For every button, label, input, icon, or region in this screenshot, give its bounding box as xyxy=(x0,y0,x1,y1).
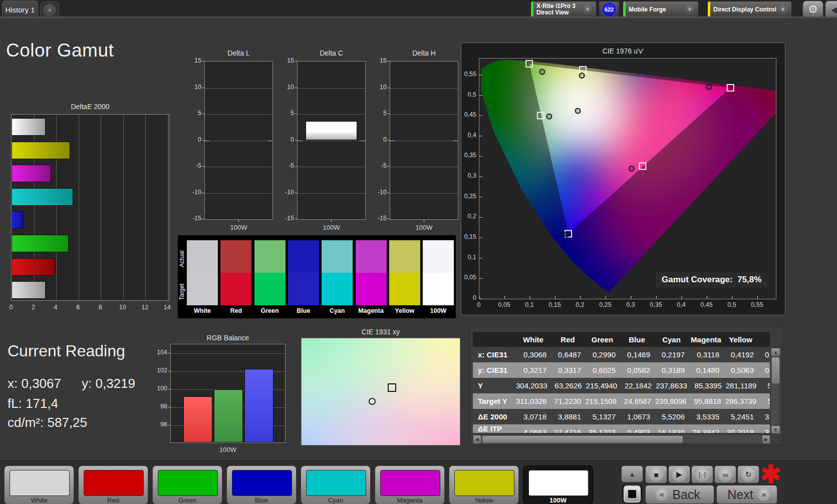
table-vscroll-up[interactable]: ▲ xyxy=(771,348,780,356)
delta-h-chart-gridline xyxy=(390,141,458,141)
step-button[interactable]: [··] xyxy=(691,465,713,483)
cie1976-x-tick: 0,25 xyxy=(597,301,615,308)
delta-l-chart-y-tickmark xyxy=(202,88,204,88)
table-cell: 16,1830 xyxy=(654,424,689,433)
patch-label: 100W xyxy=(523,496,593,504)
delta-h-chart-y-tick: 0 xyxy=(371,136,387,143)
patch-swatch xyxy=(158,470,218,496)
rgb-y-tick: 98 xyxy=(154,403,167,410)
table-header-white: White xyxy=(516,332,550,347)
workflow-dropdown[interactable]: Direct Display Control ▼ xyxy=(707,1,792,18)
delta-c-chart-y-tick: 15 xyxy=(278,57,294,64)
table-cell: 22,1842 xyxy=(621,378,656,393)
add-tab-button[interactable]: + xyxy=(40,2,59,18)
cie1976-x-tick: 0,1 xyxy=(520,301,538,308)
cie1976-y-tick: 0,5 xyxy=(461,91,476,98)
app-window: History 1 + X-Rite i1Pro 3 Direct View ▼… xyxy=(0,0,837,504)
table-cell: 304,2033 xyxy=(516,378,551,393)
continuous-button[interactable]: ∞ xyxy=(714,465,736,483)
delta-l-chart-y-tick: -5 xyxy=(185,162,201,169)
cie1976-x-tick: 0,45 xyxy=(698,301,716,308)
table-row-target-y: Target Y311,032671,2230215,150824,658723… xyxy=(473,393,770,409)
measured-marker-blue xyxy=(565,232,570,237)
patch-label: White xyxy=(5,496,74,504)
table-cell: 3,0718 xyxy=(516,409,550,424)
patch-button-magenta[interactable]: Magenta xyxy=(375,465,445,504)
table-header-yellow: Yellow xyxy=(723,332,758,347)
deltae-bar-green xyxy=(12,235,69,252)
actual-target-strip: ActualTargetWhiteRedGreenBlueCyanMagenta… xyxy=(178,235,456,318)
swatch-target-white xyxy=(187,273,218,305)
delta-h-chart-y-tickmark xyxy=(388,140,390,141)
table-hscroll-right[interactable]: ▶ xyxy=(762,435,770,444)
source-dropdown[interactable]: Mobile Forge ▼ xyxy=(623,1,699,18)
table-cell: 95,8818 xyxy=(691,393,725,409)
play-button[interactable]: ▶ xyxy=(668,465,690,483)
patch-window-button[interactable] xyxy=(621,484,643,504)
table-header-magenta: Magenta xyxy=(689,332,723,347)
patch-button-blue[interactable]: Blue xyxy=(226,465,297,504)
patch-button-green[interactable]: Green xyxy=(152,465,222,504)
current-reading-title: Current Reading xyxy=(8,342,163,360)
patch-label: Red xyxy=(79,496,148,504)
delta-l-chart-y-tickmark xyxy=(202,140,204,141)
table-vscroll-down[interactable]: ▼ xyxy=(771,425,780,434)
table-cell-partial: 3 xyxy=(758,424,770,433)
delta-h-chart-y-tickmark xyxy=(388,114,390,114)
table-hscroll-left[interactable]: ◀ xyxy=(473,435,481,444)
loop-button[interactable]: ↻ xyxy=(737,465,759,483)
patch-label: Yellow xyxy=(449,496,518,504)
table-header-blue: Blue xyxy=(620,332,654,347)
table-row--e-itp: ΔE ITP4,066327,471635,17030,490316,18302… xyxy=(473,424,770,433)
cie1976-y-tick: 0,1 xyxy=(461,254,476,261)
collapse-panel-button[interactable]: ◀ xyxy=(825,1,837,19)
cie1976-x-tick: 0,55 xyxy=(748,301,766,308)
delta-h-chart-x-label: 100W xyxy=(390,224,458,231)
patch-button-yellow[interactable]: Yellow xyxy=(449,465,519,504)
deltae-x-tick: 8 xyxy=(95,304,105,311)
patch-button-red[interactable]: Red xyxy=(78,465,148,504)
table-row-label: ΔE ITP xyxy=(473,424,516,433)
swatch-target-100w xyxy=(423,273,454,305)
delta-l-chart-gridline xyxy=(205,114,272,115)
cie1976-x-tick: 0,15 xyxy=(546,301,564,308)
cie1976-panel: CIE 1976 u'v' 0,550,50,450,40,350,30,250… xyxy=(461,43,785,315)
settings-button[interactable]: ⚙ xyxy=(802,1,823,19)
swatch-target-red xyxy=(220,273,251,305)
table-cell: 71,2230 xyxy=(550,393,585,409)
rgb-bar-green xyxy=(214,389,243,442)
patch-button-white[interactable]: White xyxy=(4,465,74,504)
cie1976-y-tick: 0,15 xyxy=(461,233,476,240)
patch-swatch xyxy=(380,470,440,496)
patch-button-cyan[interactable]: Cyan xyxy=(301,465,371,504)
table-hscroll-thumb[interactable] xyxy=(482,435,683,443)
delta-c-chart-y-tickmark xyxy=(295,219,297,219)
gear-icon: ⚙ xyxy=(808,3,818,16)
deltae-bar-blue xyxy=(12,211,24,229)
table-cell: 0,1469 xyxy=(620,347,654,362)
table-row-y-cie31: y: CIE310,32170,33170,60250,05820,31890,… xyxy=(473,362,770,378)
table-cell: 215,1508 xyxy=(585,393,621,409)
table-cell: 4,0663 xyxy=(516,424,550,433)
stop-button[interactable]: ■ xyxy=(645,465,667,483)
swatch-actual-cyan xyxy=(322,240,353,273)
back-button[interactable]: «Back xyxy=(645,485,714,504)
meter-dropdown[interactable]: X-Rite i1Pro 3 Direct View ▼ xyxy=(530,1,597,18)
bottom-bar: WhiteRedGreenBlueCyanMagentaYellow100W▲■… xyxy=(0,460,837,504)
rgb-y-tickmark xyxy=(168,407,170,407)
workflow-dropdown-label: Direct Display Control xyxy=(710,7,777,13)
delta-c-chart-y-tickmark xyxy=(295,140,297,141)
table-header-row: WhiteRedGreenBlueCyanMagentaYellow xyxy=(473,332,770,347)
table-header-corner xyxy=(473,332,516,347)
topbar-divider xyxy=(0,17,837,18)
patch-button-100w[interactable]: 100W xyxy=(523,465,593,504)
meter-count-button[interactable]: 622 xyxy=(599,1,620,18)
table-vscroll-thumb[interactable] xyxy=(771,357,780,384)
patch-up-button[interactable]: ▲ xyxy=(621,465,643,482)
deltae-plot xyxy=(11,114,169,301)
rgb-x-label: 100W xyxy=(170,446,286,453)
tab-history[interactable]: History 1 xyxy=(2,1,38,18)
patch-label: Green xyxy=(153,496,222,504)
table-row-label: Y xyxy=(473,378,516,393)
delta-h-chart-zero-dash xyxy=(453,141,458,141)
